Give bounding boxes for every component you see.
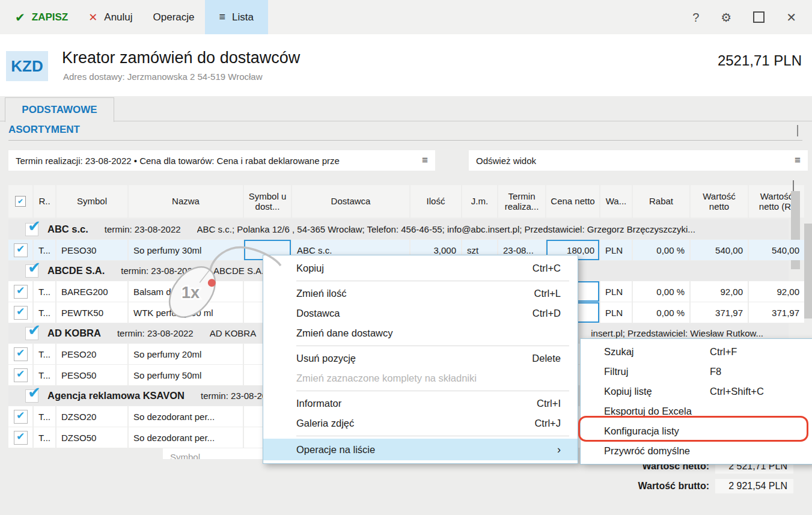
check-icon: ✔ <box>16 369 25 379</box>
column-header-symbol-u-dost[interactable]: Symbol u dost... <box>244 185 291 218</box>
panel-scrollbar-thumb[interactable] <box>804 224 812 318</box>
refresh-view-label: Odśwież widok <box>476 156 790 166</box>
cell-rabat[interactable]: 0,00 % <box>633 240 689 260</box>
row-checkbox[interactable]: ✔ <box>8 302 32 323</box>
tab-podstawowe[interactable]: PODSTAWOWE <box>5 97 114 122</box>
cell-wartosc-netto-r[interactable]: 371,97 <box>749 302 804 323</box>
column-header-wartość-netto[interactable]: Wartość netto <box>691 185 748 218</box>
menu-item-zmień-dane-dostawcy[interactable]: Zmień dane dostawcy <box>263 323 578 343</box>
cell-symbol[interactable]: PESO20 <box>56 344 127 364</box>
menu-item-kopiuj-listę[interactable]: Kopiuj listęCtrl+Shift+C <box>581 382 812 401</box>
check-icon: ✔ <box>28 261 41 275</box>
supplier-group-row[interactable]: ✔ ABC s.c. termin: 23-08-2022 ABC s.c.; … <box>8 219 789 239</box>
menu-item-dostawca[interactable]: DostawcaCtrl+D <box>263 303 578 323</box>
menu-item-zmień-ilość[interactable]: Zmień ilośćCtrl+L <box>263 284 578 303</box>
cell-rodzaj[interactable]: T... <box>34 281 55 302</box>
cell-rodzaj[interactable]: T... <box>34 302 55 323</box>
cell-rodzaj[interactable]: T... <box>34 427 55 448</box>
cell-nazwa[interactable]: Balsam d... int... <box>129 281 243 302</box>
cell-wartosc-netto[interactable]: 92,00 <box>691 281 748 302</box>
delivery-address: Adres dostawy: Jerzmanowska 2 54-519 Wro… <box>63 72 263 82</box>
cell-nazwa[interactable]: So perfumy 50ml <box>129 365 243 385</box>
cell-rodzaj[interactable]: T... <box>34 365 55 385</box>
column-header-rabat[interactable]: Rabat <box>633 185 689 218</box>
list-settings-bar[interactable]: Termin realizacji: 23-08-2022 • Cena dla… <box>8 150 435 171</box>
column-header-r[interactable]: R.. <box>34 185 55 218</box>
column-header-cena-netto[interactable]: Cena netto <box>546 185 599 218</box>
group-checkbox[interactable]: ✔ <box>25 389 38 403</box>
cell-rabat[interactable]: 0,00 % <box>633 281 689 302</box>
menu-item-galeria-zdjęć[interactable]: Galeria zdjęćCtrl+J <box>263 413 578 433</box>
cell-nazwa[interactable]: WTK perfumy 50 ml <box>129 302 243 323</box>
chevron-up-icon[interactable] <box>797 125 798 136</box>
menu-item-przywróć-domyślne[interactable]: Przywróć domyślne <box>581 441 812 461</box>
check-icon: ✔ <box>16 410 25 421</box>
row-checkbox[interactable]: ✔ <box>8 365 32 385</box>
cell-rabat[interactable]: 0,00 % <box>633 302 689 323</box>
scrollbar-up-icon[interactable] <box>793 180 794 192</box>
cell-symbol[interactable]: BAREG200 <box>56 281 127 302</box>
cell-symbol[interactable]: DZSO20 <box>56 406 127 427</box>
cell-symbol[interactable]: PESO30 <box>56 240 127 260</box>
menu-separator <box>296 346 569 346</box>
column-header-wa[interactable]: Wa... <box>600 185 632 218</box>
column-header-termin-realiza[interactable]: Termin realiza... <box>498 185 545 218</box>
column-header-nazwa[interactable]: Nazwa <box>129 185 243 218</box>
gear-icon[interactable]: ⚙ <box>721 11 731 23</box>
cell-wartosc-netto-r[interactable]: 92,00 <box>749 281 804 302</box>
cancel-button[interactable]: ✕ Anuluj <box>78 0 142 34</box>
cell-wartosc-netto-r[interactable]: 540,00 <box>749 240 804 260</box>
menu-item-filtruj[interactable]: FiltrujF8 <box>581 362 812 382</box>
row-checkbox[interactable]: ✔ <box>8 427 32 448</box>
cell-symbol[interactable]: DZSO50 <box>56 427 127 448</box>
menu-item-usuń-pozycję[interactable]: Usuń pozycjęDelete <box>263 349 578 368</box>
cell-nazwa[interactable]: So dezodorant per... <box>129 427 243 448</box>
section-asortyment[interactable]: ASORTYMENT <box>8 124 80 136</box>
cell-nazwa[interactable]: So perfumy 30ml <box>129 240 243 260</box>
hamburger-icon[interactable]: ≡ <box>422 154 428 166</box>
save-button[interactable]: ✔ ZAPISZ <box>5 0 78 34</box>
menu-item-zmień-zaznaczone-komplety-na-składniki[interactable]: Zmień zaznaczone komplety na składniki <box>263 368 578 388</box>
row-checkbox[interactable]: ✔ <box>8 240 32 260</box>
refresh-view-bar[interactable]: Odśwież widok ≡ <box>469 150 808 171</box>
hamburger-icon[interactable]: ≡ <box>795 154 801 166</box>
row-checkbox[interactable]: ✔ <box>8 344 32 364</box>
menu-item-szukaj[interactable]: SzukajCtrl+F <box>581 342 812 362</box>
menu-item-kopiuj[interactable]: KopiujCtrl+C <box>263 258 578 278</box>
cell-nazwa[interactable]: So perfumy 20ml <box>129 344 243 364</box>
cell-rodzaj[interactable]: T... <box>34 406 55 427</box>
list-menu-button[interactable]: ≡ Lista <box>205 0 268 34</box>
cell-wartosc-netto[interactable]: 371,97 <box>691 302 748 323</box>
cell-symbol[interactable]: PESO50 <box>56 365 127 385</box>
supplier-name: ABC s.c. <box>47 224 88 235</box>
group-checkbox[interactable]: ✔ <box>25 327 38 340</box>
row-checkbox[interactable]: ✔ <box>8 281 32 302</box>
cell-waluta[interactable]: PLN <box>600 302 632 323</box>
column-header-dostawca[interactable]: Dostawca <box>292 185 409 218</box>
menu-item-label: Zmień dane dostawcy <box>296 328 393 339</box>
help-icon[interactable]: ? <box>692 11 699 23</box>
column-header-ilość[interactable]: Ilość <box>411 185 461 218</box>
maximize-icon[interactable] <box>753 11 765 23</box>
select-all-checkbox[interactable]: ✔ <box>15 196 26 207</box>
group-checkbox[interactable]: ✔ <box>25 223 38 236</box>
menu-item-informator[interactable]: InformatorCtrl+I <box>263 394 578 413</box>
cell-waluta[interactable]: PLN <box>600 240 632 260</box>
column-header-symbol[interactable]: Symbol <box>56 185 127 218</box>
group-checkbox[interactable]: ✔ <box>25 264 38 278</box>
cell-wartosc-netto[interactable]: 540,00 <box>691 240 748 260</box>
row-checkbox[interactable]: ✔ <box>8 406 32 427</box>
cell-rodzaj[interactable]: T... <box>34 240 55 260</box>
menu-item-konfiguracja-listy[interactable]: Konfiguracja listy <box>581 421 812 441</box>
menu-item-eksportuj-do-excela[interactable]: Eksportuj do Excela <box>581 401 812 421</box>
close-icon[interactable]: ✕ <box>786 11 796 23</box>
column-header-j-m[interactable]: J.m. <box>462 185 497 218</box>
operations-menu-button[interactable]: Operacje <box>143 0 205 34</box>
menu-item-operacje-na-liście[interactable]: Operacje na liście› <box>263 439 578 460</box>
select-all-header[interactable]: ✔ <box>8 185 32 218</box>
cell-rodzaj[interactable]: T... <box>34 344 55 364</box>
cell-symbol[interactable]: PEWTK50 <box>56 302 127 323</box>
supplier-name: Agencja reklamowa KSAVON <box>47 390 185 401</box>
cell-waluta[interactable]: PLN <box>600 281 632 302</box>
cell-nazwa[interactable]: So dezodorant per... <box>129 406 243 427</box>
